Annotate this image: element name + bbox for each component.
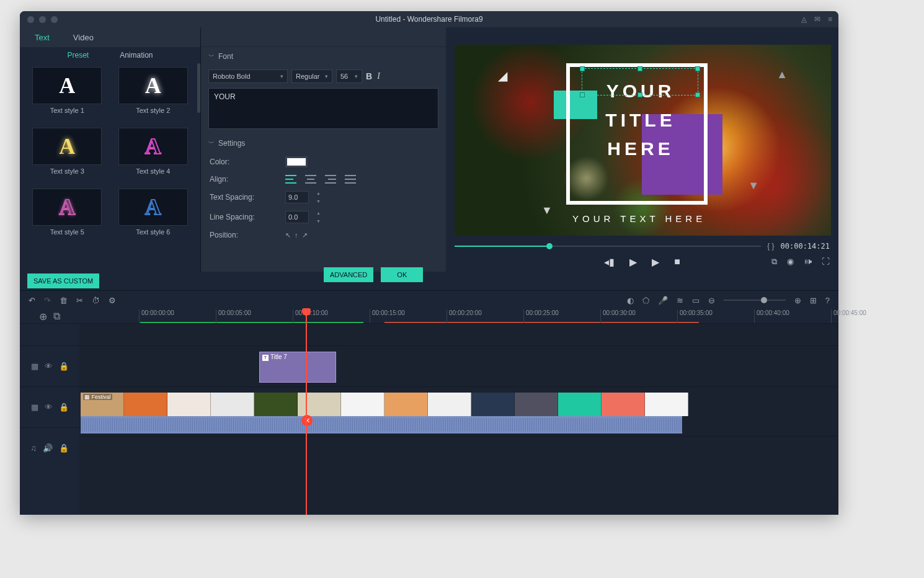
volume-icon[interactable]: 🕪 bbox=[804, 257, 812, 267]
align-justify-button[interactable] bbox=[345, 175, 356, 184]
preset-item[interactable]: AText style 6 bbox=[112, 189, 195, 246]
split-button[interactable]: ✂ bbox=[76, 296, 83, 305]
resize-handle[interactable] bbox=[580, 66, 585, 71]
timeline-track-area[interactable]: TTitle 7 ▦ Festival ✕ bbox=[79, 323, 838, 515]
line-spacing-input[interactable] bbox=[285, 211, 309, 223]
font-section-toggle[interactable]: ﹀ Font bbox=[201, 47, 446, 66]
save-as-custom-button[interactable]: SAVE AS CUSTOM bbox=[27, 273, 99, 288]
selection-box[interactable] bbox=[582, 68, 698, 96]
message-icon[interactable]: ✉ bbox=[814, 15, 820, 24]
crop-button[interactable]: ▭ bbox=[692, 296, 700, 305]
preset-item[interactable]: AText style 1 bbox=[26, 67, 109, 124]
lock-icon[interactable]: 🔒 bbox=[59, 402, 69, 412]
menu-icon[interactable]: ≡ bbox=[828, 15, 832, 24]
minimize-window-icon[interactable] bbox=[39, 16, 46, 23]
mute-icon[interactable]: 🔊 bbox=[43, 443, 53, 453]
align-right-button[interactable] bbox=[325, 175, 336, 184]
preview-progress-bar[interactable] bbox=[455, 246, 761, 247]
preset-item[interactable]: AText style 4 bbox=[112, 128, 195, 185]
ruler-tick: 00:00:15:00 bbox=[370, 309, 405, 323]
resize-handle[interactable] bbox=[580, 92, 585, 97]
resize-handle[interactable] bbox=[637, 66, 642, 71]
font-family-dropdown[interactable]: Roboto Bold▾ bbox=[208, 69, 288, 83]
delete-button[interactable]: 🗑 bbox=[60, 296, 68, 305]
font-size-dropdown[interactable]: 56▾ bbox=[336, 69, 362, 83]
ok-button[interactable]: OK bbox=[381, 267, 423, 282]
snapshot-icon[interactable]: ◉ bbox=[787, 257, 794, 267]
maximize-window-icon[interactable] bbox=[51, 16, 58, 23]
spinner-up-icon[interactable]: ▲ bbox=[316, 211, 322, 215]
color-swatch[interactable] bbox=[285, 156, 308, 167]
chevron-down-icon: ﹀ bbox=[208, 52, 215, 61]
adjust-button[interactable]: ⚙ bbox=[109, 296, 116, 305]
preview-canvas[interactable]: YOUR TITLE HERE YOUR TEXT HERE ◢ ▲ ▼ ▼ bbox=[455, 45, 831, 236]
audio-waveform[interactable] bbox=[81, 416, 682, 434]
subtitle-text[interactable]: YOUR TEXT HERE bbox=[572, 213, 706, 224]
quality-icon[interactable]: ⧉ bbox=[771, 257, 777, 267]
fullscreen-icon[interactable]: ⛶ bbox=[822, 257, 830, 267]
error-marker-icon[interactable]: ✕ bbox=[301, 415, 313, 426]
preset-item[interactable]: AText style 5 bbox=[26, 189, 109, 246]
visibility-icon[interactable]: 👁 bbox=[45, 362, 53, 371]
help-button[interactable]: ? bbox=[825, 296, 830, 305]
resize-handle[interactable] bbox=[637, 92, 642, 97]
redo-button[interactable]: ↷ bbox=[44, 296, 51, 305]
subtab-animation[interactable]: Animation bbox=[120, 51, 153, 60]
link-icon[interactable]: ⧉ bbox=[53, 311, 60, 322]
video-clip-label: Festival bbox=[92, 394, 111, 400]
account-icon[interactable]: ◬ bbox=[801, 15, 807, 24]
advanced-button[interactable]: ADVANCED bbox=[324, 267, 373, 282]
marker-icon: ▼ bbox=[748, 179, 759, 192]
text-spacing-input[interactable] bbox=[285, 191, 309, 203]
zoom-in-button[interactable]: ⊕ bbox=[794, 296, 801, 305]
visibility-icon[interactable]: 👁 bbox=[45, 402, 53, 412]
tab-text[interactable]: Text bbox=[35, 33, 50, 42]
subtab-preset[interactable]: Preset bbox=[67, 51, 89, 60]
italic-button[interactable]: I bbox=[377, 71, 380, 81]
spinner-down-icon[interactable]: ▼ bbox=[316, 199, 322, 203]
font-weight-dropdown[interactable]: Regular▾ bbox=[291, 69, 332, 83]
add-track-icon[interactable]: ⊕ bbox=[39, 311, 47, 322]
marker-button[interactable]: ⬠ bbox=[642, 296, 649, 305]
loop-marker[interactable]: { } bbox=[767, 242, 774, 251]
resize-handle[interactable] bbox=[695, 66, 700, 71]
align-center-button[interactable] bbox=[305, 175, 316, 184]
title-clip[interactable]: TTitle 7 bbox=[259, 352, 336, 383]
close-window-icon[interactable] bbox=[27, 16, 34, 23]
voiceover-button[interactable]: 🎤 bbox=[658, 296, 668, 305]
video-clip[interactable]: ▦ Festival bbox=[81, 393, 688, 416]
align-left-button[interactable] bbox=[285, 175, 296, 184]
progress-knob[interactable] bbox=[546, 243, 553, 249]
align-label: Align: bbox=[210, 175, 278, 184]
zoom-slider[interactable] bbox=[724, 300, 786, 301]
track-header-audio: ♫ 🔊 🔒 bbox=[20, 427, 79, 468]
position-t-button[interactable]: ↑ bbox=[295, 231, 298, 239]
track-manager-button[interactable]: ⊞ bbox=[810, 296, 817, 305]
speed-button[interactable]: ⏱ bbox=[92, 296, 100, 305]
spinner-up-icon[interactable]: ▲ bbox=[316, 191, 322, 195]
timeline-ruler[interactable]: 00:00:00:0000:00:05:0000:00:10:0000:00:1… bbox=[139, 309, 838, 323]
undo-button[interactable]: ↶ bbox=[29, 296, 35, 305]
resize-handle[interactable] bbox=[695, 92, 700, 97]
zoom-out-button[interactable]: ⊖ bbox=[708, 296, 715, 305]
text-content-input[interactable]: YOUR bbox=[208, 88, 438, 129]
position-tl-button[interactable]: ↖ bbox=[285, 231, 291, 239]
bold-button[interactable]: B bbox=[366, 71, 372, 81]
stop-button[interactable]: ■ bbox=[674, 256, 680, 267]
position-tr-button[interactable]: ↗ bbox=[302, 231, 308, 239]
playhead[interactable] bbox=[306, 309, 307, 515]
next-frame-button[interactable]: ▶ bbox=[652, 256, 659, 268]
preset-item[interactable]: AText style 2 bbox=[112, 67, 195, 124]
render-button[interactable]: ◐ bbox=[627, 296, 634, 305]
mixer-button[interactable]: ≋ bbox=[677, 296, 683, 305]
lock-icon[interactable]: 🔒 bbox=[59, 362, 69, 371]
lock-icon[interactable]: 🔒 bbox=[59, 443, 69, 453]
settings-section-toggle[interactable]: ﹀ Settings bbox=[201, 134, 446, 153]
prev-frame-button[interactable]: ◂▮ bbox=[604, 256, 615, 268]
preset-item[interactable]: AText style 3 bbox=[26, 128, 109, 185]
marker-icon: ◢ bbox=[498, 68, 507, 83]
spinner-down-icon[interactable]: ▼ bbox=[316, 219, 322, 223]
tab-video[interactable]: Video bbox=[73, 33, 94, 42]
track-header-video: ▦ 👁 🔒 bbox=[20, 386, 79, 427]
play-button[interactable]: ▶ bbox=[629, 256, 637, 268]
